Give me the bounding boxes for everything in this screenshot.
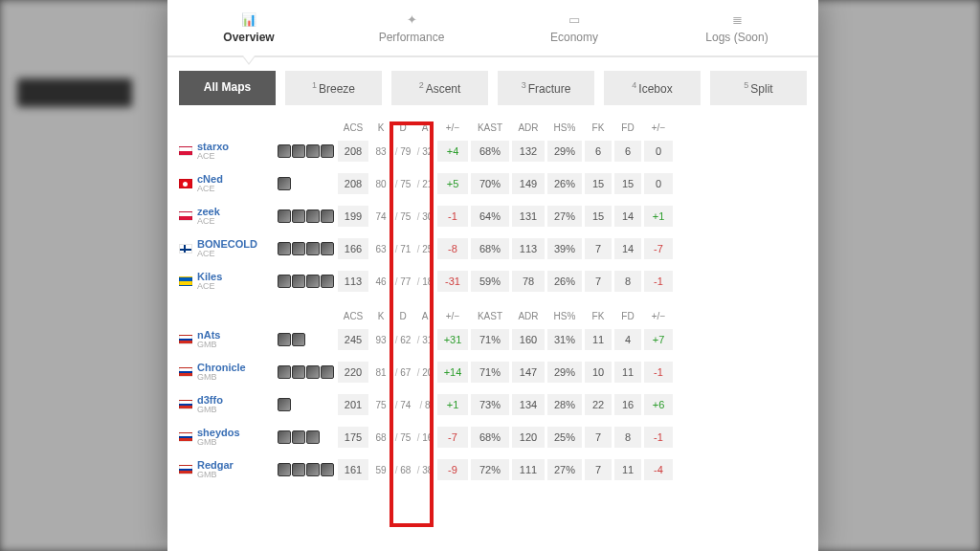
k-cell: 59 bbox=[371, 460, 390, 480]
player-name: BONECOLD bbox=[197, 238, 257, 250]
player-name-cell[interactable]: cNedACE bbox=[179, 174, 275, 194]
kast-cell: 71% bbox=[471, 329, 509, 350]
tab-performance[interactable]: ✦Performance bbox=[330, 0, 493, 55]
agent-icons bbox=[278, 275, 335, 288]
col-header: ACS bbox=[338, 311, 368, 321]
fd-cell: 6 bbox=[614, 141, 641, 162]
agent-icon bbox=[278, 242, 291, 255]
fk-cell: 7 bbox=[585, 427, 612, 448]
agent-icon bbox=[306, 209, 320, 223]
adr-cell: 134 bbox=[512, 394, 545, 415]
k-cell: 75 bbox=[371, 395, 390, 415]
fd-cell: 8 bbox=[614, 427, 641, 448]
plusminus-cell: +4 bbox=[437, 141, 468, 162]
tab-overview[interactable]: 📊Overview bbox=[167, 0, 330, 55]
player-name: zeek bbox=[197, 206, 220, 217]
stats-panel: 📊Overview✦Performance▭Economy≣Logs (Soon… bbox=[167, 0, 818, 551]
player-team: GMB bbox=[197, 341, 220, 349]
player-name-cell[interactable]: KilesACE bbox=[179, 272, 275, 292]
tab-economy[interactable]: ▭Economy bbox=[493, 0, 656, 55]
agent-icon bbox=[321, 144, 334, 158]
col-header: K bbox=[371, 311, 390, 321]
a-cell: / 16 bbox=[415, 428, 434, 448]
hs-cell: 28% bbox=[547, 394, 582, 415]
hs-cell: 26% bbox=[547, 271, 582, 292]
k-cell: 74 bbox=[371, 207, 390, 227]
acs-cell: 245 bbox=[338, 329, 368, 350]
agent-icon bbox=[292, 430, 305, 444]
agent-icon bbox=[321, 463, 334, 476]
tab-label: Overview bbox=[223, 31, 274, 44]
agent-icons bbox=[278, 365, 335, 379]
player-name-cell[interactable]: nAtsGMB bbox=[179, 330, 275, 350]
player-name-cell[interactable]: RedgarGMB bbox=[179, 460, 275, 480]
col-header: KAST bbox=[471, 122, 509, 133]
player-name-cell[interactable]: d3ffoGMB bbox=[179, 395, 275, 415]
map-all-maps[interactable]: All Maps bbox=[179, 71, 276, 105]
agent-icon bbox=[278, 177, 291, 190]
col-header: FK bbox=[585, 311, 612, 321]
player-name-cell[interactable]: BONECOLDACE bbox=[179, 239, 275, 259]
player-name-cell[interactable]: starxoACE bbox=[179, 142, 275, 162]
hs-cell: 39% bbox=[547, 238, 582, 259]
agent-icon bbox=[292, 275, 305, 288]
player-team: GMB bbox=[197, 438, 240, 447]
adr-cell: 149 bbox=[512, 173, 545, 194]
map-fracture[interactable]: 3Fracture bbox=[498, 71, 594, 105]
player-name: starxo bbox=[197, 141, 229, 152]
map-split[interactable]: 5Split bbox=[710, 71, 807, 105]
agent-icon bbox=[278, 333, 291, 346]
agent-icons bbox=[278, 144, 335, 158]
fd-cell: 11 bbox=[614, 459, 641, 480]
agent-icon bbox=[321, 242, 334, 255]
map-index: 1 bbox=[312, 80, 317, 90]
acs-cell: 220 bbox=[338, 362, 368, 383]
col-header: +/− bbox=[644, 122, 673, 133]
hs-cell: 27% bbox=[547, 206, 582, 227]
a-cell: / 31 bbox=[415, 330, 434, 350]
flag-icon bbox=[179, 276, 192, 286]
a-cell: / 30 bbox=[415, 207, 434, 227]
player-name: Chronicle bbox=[197, 362, 246, 373]
agent-icon bbox=[306, 365, 320, 379]
fk-cell: 11 bbox=[585, 329, 612, 350]
agent-icon bbox=[292, 242, 305, 255]
fk-plusminus-cell: -4 bbox=[644, 459, 673, 480]
player-row: zeekACE19974/ 75/ 30-164%13127%1514+1 bbox=[179, 200, 807, 232]
kast-cell: 72% bbox=[471, 459, 509, 480]
fd-cell: 8 bbox=[614, 271, 641, 292]
player-name-cell[interactable]: ChronicleGMB bbox=[179, 363, 275, 383]
player-name: sheydos bbox=[197, 427, 240, 438]
k-cell: 68 bbox=[371, 428, 390, 448]
tab-logs-soon-[interactable]: ≣Logs (Soon) bbox=[656, 0, 818, 55]
map-breeze[interactable]: 1Breeze bbox=[285, 71, 382, 105]
k-cell: 83 bbox=[371, 142, 390, 162]
player-team: ACE bbox=[197, 250, 257, 258]
col-header: HS% bbox=[547, 311, 582, 321]
agent-icons bbox=[278, 333, 335, 346]
agent-icons bbox=[278, 398, 335, 411]
agent-icon bbox=[292, 144, 305, 158]
agent-icons bbox=[278, 242, 335, 255]
map-index: 3 bbox=[522, 80, 526, 90]
player-name: Redgar bbox=[197, 459, 234, 471]
map-icebox[interactable]: 4Icebox bbox=[604, 71, 701, 105]
map-label: All Maps bbox=[204, 80, 251, 94]
flag-icon bbox=[179, 179, 192, 188]
kast-cell: 59% bbox=[471, 271, 509, 292]
acs-cell: 166 bbox=[338, 238, 368, 259]
flag-icon bbox=[179, 244, 192, 253]
col-header: D bbox=[393, 311, 412, 321]
player-name-cell[interactable]: zeekACE bbox=[179, 207, 275, 227]
stats-header-row: ACSKDA+/−KASTADRHS%FKFD+/− bbox=[179, 307, 807, 323]
player-name-cell[interactable]: sheydosGMB bbox=[179, 428, 275, 448]
kast-cell: 68% bbox=[471, 141, 509, 162]
d-cell: / 75 bbox=[393, 207, 412, 227]
a-cell: / 25 bbox=[415, 239, 434, 259]
agent-icon bbox=[306, 430, 320, 444]
k-cell: 80 bbox=[371, 174, 390, 194]
player-team: ACE bbox=[197, 152, 229, 161]
map-ascent[interactable]: 2Ascent bbox=[391, 71, 488, 105]
kast-cell: 70% bbox=[471, 173, 509, 194]
d-cell: / 71 bbox=[393, 239, 412, 259]
